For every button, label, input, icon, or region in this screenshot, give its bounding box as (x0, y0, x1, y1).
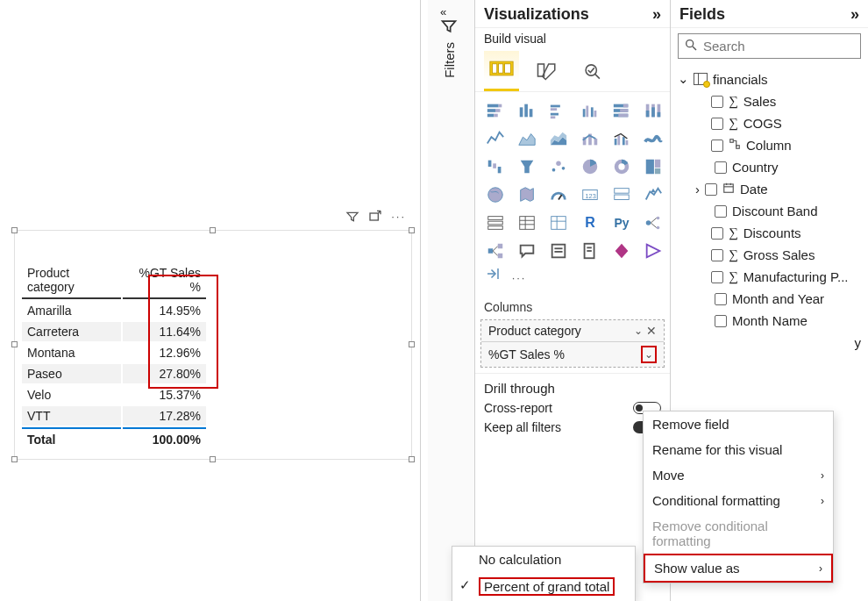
resize-handle[interactable] (11, 227, 18, 233)
viz-decomposition-icon[interactable] (482, 240, 509, 262)
checkbox[interactable] (711, 227, 723, 240)
field-column[interactable]: Column (676, 134, 863, 156)
viz-qna-icon[interactable] (514, 240, 540, 262)
viz-clustered-column-icon[interactable] (577, 99, 603, 122)
well-item-product-category[interactable]: Product category ⌄ ✕ (481, 320, 664, 342)
viz-stacked-column-icon[interactable] (514, 99, 540, 122)
checkbox[interactable] (711, 96, 723, 108)
field-manufacturing-p[interactable]: ∑Manufacturing P... (676, 266, 863, 288)
viz-line-clustered-column-icon[interactable] (608, 127, 635, 150)
viz-card-icon[interactable]: 123 (577, 183, 603, 206)
expand-icon[interactable]: » (850, 5, 859, 24)
viz-power-automate-icon[interactable] (640, 240, 666, 262)
viz-paginated-icon[interactable] (577, 240, 603, 262)
submenu-percent-grand-total[interactable]: Percent of grand total (452, 572, 635, 601)
submenu-no-calculation[interactable]: No calculation (452, 547, 635, 572)
expand-icon[interactable]: » (652, 5, 661, 24)
search-input[interactable] (703, 39, 855, 54)
resize-handle[interactable] (11, 456, 18, 462)
checkbox[interactable] (711, 140, 723, 152)
get-more-visuals-icon[interactable] (484, 271, 502, 284)
viz-gauge-icon[interactable] (545, 183, 572, 206)
viz-line-icon[interactable] (482, 127, 509, 150)
field-date[interactable]: ›Date (676, 178, 863, 200)
viz-map-icon[interactable] (482, 183, 509, 206)
chevron-right-icon[interactable]: › (695, 182, 700, 197)
chevron-down-icon[interactable]: ⌄ (641, 346, 657, 363)
menu-rename-visual[interactable]: Rename for this visual (644, 437, 833, 462)
viz-multirow-card-icon[interactable] (608, 183, 635, 206)
checkbox[interactable] (711, 118, 723, 130)
tab-analytics[interactable] (575, 53, 610, 90)
viz-power-apps-icon[interactable] (608, 240, 635, 262)
viz-r-icon[interactable]: R (577, 211, 603, 234)
checkbox[interactable] (705, 183, 717, 196)
menu-move[interactable]: Move› (644, 462, 833, 488)
viz-key-influencers-icon[interactable] (640, 211, 666, 234)
field-y-suffix[interactable]: y (676, 332, 863, 354)
collapse-icon[interactable]: « (440, 5, 446, 18)
viz-100-stacked-column-icon[interactable] (640, 99, 666, 122)
chevron-down-icon[interactable]: ⌄ (634, 325, 643, 337)
checkbox[interactable] (711, 271, 723, 283)
menu-conditional-formatting[interactable]: Conditional formatting› (644, 488, 833, 513)
field-country[interactable]: Country (676, 156, 863, 178)
field-month-year[interactable]: Month and Year (676, 288, 863, 310)
viz-py-icon[interactable]: Py (608, 211, 635, 234)
field-gross-sales[interactable]: ∑Gross Sales (676, 244, 863, 266)
focus-mode-icon[interactable] (368, 210, 382, 226)
resize-handle[interactable] (409, 227, 415, 233)
viz-scatter-icon[interactable] (545, 155, 572, 178)
viz-stacked-bar-icon[interactable] (482, 99, 509, 122)
col-header-product[interactable]: Product category (22, 262, 121, 299)
menu-remove-field[interactable]: Remove field (644, 411, 833, 437)
resize-handle[interactable] (409, 341, 415, 347)
remove-field-icon[interactable]: ✕ (646, 324, 657, 338)
well-item-gt-sales[interactable]: %GT Sales % ⌄ (481, 342, 664, 367)
chevron-down-icon[interactable]: ⌄ (678, 71, 688, 87)
filters-pane-collapsed[interactable]: « Filters (428, 0, 475, 601)
resize-handle[interactable] (11, 341, 18, 347)
checkbox[interactable] (715, 161, 727, 174)
col-header-pct[interactable]: %GT Sales % (123, 262, 206, 299)
field-cogs[interactable]: ∑COGS (676, 112, 863, 134)
report-canvas[interactable]: ··· Product category %GT Sales % Amarill… (0, 0, 430, 601)
field-month-name[interactable]: Month Name (676, 310, 863, 332)
viz-donut-icon[interactable] (608, 155, 635, 178)
table-financials[interactable]: ⌄ financials (676, 68, 863, 90)
viz-100-stacked-bar-icon[interactable] (608, 99, 635, 122)
viz-filled-map-icon[interactable] (514, 183, 540, 206)
checkbox[interactable] (715, 315, 727, 327)
viz-funnel-icon[interactable] (514, 155, 540, 178)
viz-table-icon[interactable] (514, 211, 540, 234)
viz-stacked-area-icon[interactable] (545, 127, 572, 150)
viz-pie-icon[interactable] (577, 155, 603, 178)
more-options-icon[interactable]: ··· (512, 271, 527, 284)
checkbox[interactable] (711, 249, 723, 261)
columns-well[interactable]: Product category ⌄ ✕ %GT Sales % ⌄ (480, 319, 665, 368)
viz-treemap-icon[interactable] (640, 155, 666, 178)
more-options-icon[interactable]: ··· (391, 210, 406, 226)
viz-smart-narrative-icon[interactable] (545, 240, 572, 262)
menu-show-value-as[interactable]: Show value as› (644, 554, 833, 583)
table-visual[interactable]: ··· Product category %GT Sales % Amarill… (14, 230, 412, 460)
filter-icon[interactable] (345, 210, 359, 226)
field-discount-band[interactable]: Discount Band (676, 200, 863, 222)
resize-handle[interactable] (210, 227, 216, 233)
fields-search[interactable] (678, 33, 861, 59)
viz-waterfall-icon[interactable] (482, 155, 509, 178)
viz-slicer-icon[interactable] (482, 211, 509, 234)
viz-area-icon[interactable] (514, 127, 540, 150)
viz-matrix-icon[interactable] (545, 211, 572, 234)
tab-build[interactable] (484, 51, 519, 91)
tab-format[interactable] (530, 53, 565, 90)
viz-ribbon-icon[interactable] (640, 127, 666, 150)
field-discounts[interactable]: ∑Discounts (676, 222, 863, 244)
checkbox[interactable] (715, 205, 727, 218)
checkbox[interactable] (715, 293, 727, 305)
viz-clustered-bar-icon[interactable] (545, 99, 572, 122)
resize-handle[interactable] (409, 456, 415, 462)
viz-line-stacked-column-icon[interactable] (577, 127, 603, 150)
viz-kpi-icon[interactable] (640, 183, 666, 206)
resize-handle[interactable] (210, 456, 216, 462)
